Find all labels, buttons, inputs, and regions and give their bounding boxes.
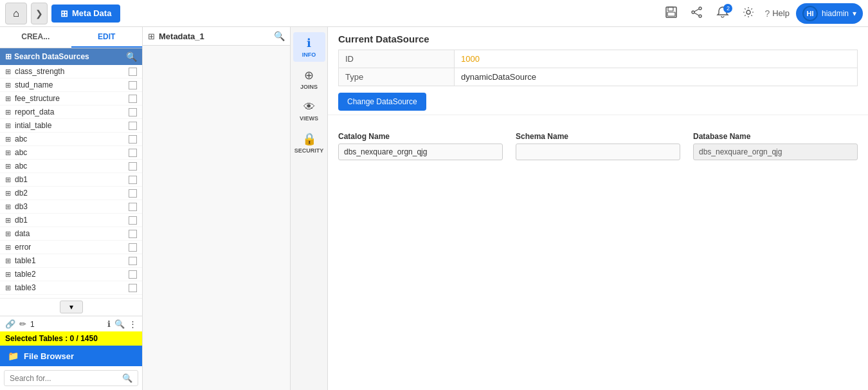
table-icon: ⊞ — [5, 189, 11, 198]
table-item-name: abc — [15, 148, 125, 157]
table-item-name: stud_name — [15, 80, 125, 89]
toolbar-more-icon[interactable]: ⋮ — [129, 319, 137, 329]
schema-name-field: Schema Name — [516, 132, 680, 160]
table-item[interactable]: ⊞ db1 — [0, 214, 142, 227]
svg-point-5 — [692, 11, 694, 14]
toolbar-search-icon[interactable]: 🔍 — [114, 319, 125, 329]
table-item[interactable]: ⊞ table1 — [0, 254, 142, 268]
user-menu-button[interactable]: HI hiadmin ▾ — [796, 3, 863, 24]
table-icon: ⊞ — [5, 203, 11, 211]
bottom-arrow-row: ▾ — [0, 298, 142, 316]
nav-right-icons: 2 ? Help HI hiadmin ▾ — [662, 3, 863, 24]
table-icon: ⊞ — [5, 243, 11, 252]
table-item[interactable]: ⊞ db1 — [0, 173, 142, 187]
toolbar-link-icon[interactable]: 🔗 — [5, 319, 15, 329]
table-item-checkbox[interactable] — [129, 243, 137, 252]
tab-edit[interactable]: EDIT — [71, 27, 143, 48]
side-icon-views[interactable]: 👁 VIEWS — [293, 97, 325, 125]
help-button[interactable]: ? Help — [764, 8, 790, 19]
scroll-down-button[interactable]: ▾ — [60, 301, 83, 313]
toolbar-pencil-icon[interactable]: ✏ — [19, 319, 26, 329]
middle-header: ⊞ Metadata_1 🔍 — [143, 27, 290, 46]
schema-name-input[interactable] — [516, 144, 680, 160]
table-item-name: db2 — [15, 189, 125, 198]
catalog-name-input[interactable] — [338, 144, 503, 160]
search-below-input[interactable] — [10, 374, 122, 383]
table-item-checkbox[interactable] — [129, 216, 137, 225]
table-item-checkbox[interactable] — [129, 149, 137, 157]
svg-point-4 — [699, 15, 701, 17]
left-tabs: CREA... EDIT — [0, 27, 142, 48]
middle-header-icon: ⊞ — [148, 32, 155, 41]
table-row: Type dynamicDataSource — [339, 68, 858, 86]
table-item-name: db3 — [15, 202, 125, 211]
table-item[interactable]: ⊞ abc — [0, 160, 142, 173]
table-item[interactable]: ⊞ class_strength — [0, 65, 142, 79]
table-item-name: table3 — [15, 283, 125, 292]
table-item-name: fee_structure — [15, 94, 125, 103]
table-item[interactable]: ⊞ stud_name — [0, 79, 142, 92]
table-item-checkbox[interactable] — [129, 81, 137, 89]
table-item-checkbox[interactable] — [129, 162, 137, 171]
file-browser-label: File Browser — [24, 351, 74, 361]
table-item-name: data — [15, 229, 125, 238]
table-item[interactable]: ⊞ table3 — [0, 281, 142, 295]
table-item-checkbox[interactable] — [129, 95, 137, 103]
side-icons-panel: ℹ INFO ⊕ JOINS 👁 VIEWS 🔒 SECURITY — [291, 27, 328, 390]
save-icon-button[interactable] — [662, 4, 681, 23]
file-browser-button[interactable]: 📁 File Browser — [0, 346, 142, 366]
table-item-checkbox[interactable] — [129, 68, 137, 76]
nav-arrow-button[interactable]: ❯ — [31, 3, 48, 24]
toolbar-info-icon[interactable]: ℹ — [107, 319, 111, 329]
side-icon-joins[interactable]: ⊕ JOINS — [293, 64, 325, 94]
table-item[interactable]: ⊞ db3 — [0, 200, 142, 214]
table-item[interactable]: ⊞ abc — [0, 146, 142, 160]
help-question-icon: ? — [764, 8, 770, 19]
right-header: Current DataSource ID 1000 Type dynamicD… — [328, 27, 868, 115]
home-button[interactable]: ⌂ — [5, 3, 27, 24]
table-item[interactable]: ⊞ error — [0, 241, 142, 254]
table-item-checkbox[interactable] — [129, 108, 137, 116]
table-item-checkbox[interactable] — [129, 189, 137, 198]
table-item[interactable]: ⊞ intial_table — [0, 119, 142, 133]
table-item[interactable]: ⊞ fee_structure — [0, 92, 142, 106]
table-item-checkbox[interactable] — [129, 230, 137, 238]
meta-data-tab[interactable]: ⊞ Meta Data — [51, 5, 120, 23]
share-icon — [691, 6, 703, 21]
share-icon-button[interactable] — [687, 4, 707, 23]
table-item[interactable]: ⊞ abc — [0, 133, 142, 146]
change-datasource-button[interactable]: Change DataSource — [338, 93, 426, 111]
datasources-search-icon[interactable]: 🔍 — [126, 51, 137, 62]
table-item-checkbox[interactable] — [129, 284, 137, 292]
table-item-checkbox[interactable] — [129, 270, 137, 279]
notification-badge: 2 — [723, 4, 732, 13]
info-label: INFO — [302, 51, 316, 58]
joins-icon: ⊕ — [304, 68, 314, 82]
notification-button[interactable]: 2 — [713, 4, 732, 23]
table-row: ID 1000 — [339, 50, 858, 68]
svg-rect-2 — [667, 12, 675, 16]
middle-header-search-icon[interactable]: 🔍 — [274, 31, 285, 41]
table-icon: ⊞ — [5, 284, 11, 292]
table-item-checkbox[interactable] — [129, 203, 137, 211]
datasource-info-table: ID 1000 Type dynamicDataSource — [338, 50, 858, 86]
table-item-checkbox[interactable] — [129, 122, 137, 130]
table-icon: ⊞ — [5, 230, 11, 238]
table-item-checkbox[interactable] — [129, 257, 137, 265]
table-item[interactable]: ⊞ data — [0, 227, 142, 241]
security-label: SECURITY — [294, 147, 324, 154]
table-item-checkbox[interactable] — [129, 176, 137, 184]
info-icon: ℹ — [307, 36, 311, 50]
type-label: Type — [339, 68, 455, 86]
settings-button[interactable] — [739, 4, 758, 23]
tab-create[interactable]: CREA... — [0, 27, 71, 48]
table-item[interactable]: ⊞ table2 — [0, 268, 142, 281]
side-icon-security[interactable]: 🔒 SECURITY — [293, 128, 325, 158]
table-item-checkbox[interactable] — [129, 135, 137, 144]
schema-name-label: Schema Name — [516, 132, 680, 141]
table-item[interactable]: ⊞ db2 — [0, 187, 142, 200]
catalog-row: Catalog Name Schema Name Database Name — [338, 132, 858, 160]
home-icon: ⌂ — [13, 8, 19, 19]
side-icon-info[interactable]: ℹ INFO — [293, 32, 325, 62]
table-item[interactable]: ⊞ report_data — [0, 106, 142, 119]
